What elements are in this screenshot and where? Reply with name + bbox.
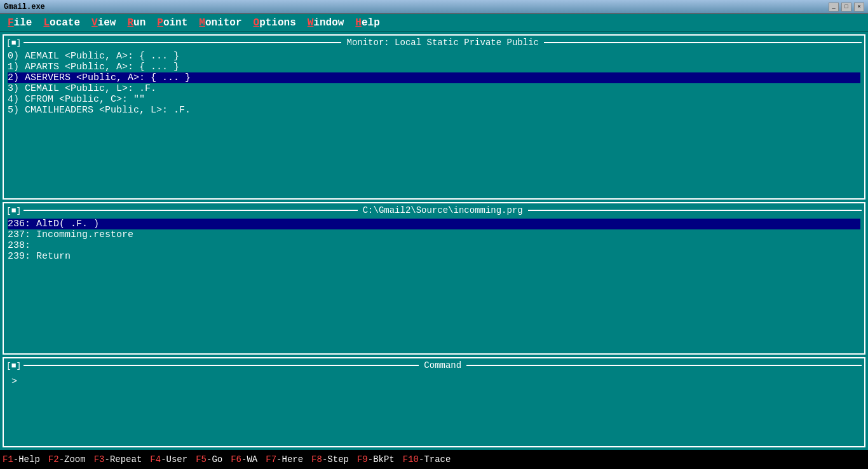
fkey-f3: F3 <box>94 454 105 465</box>
sep-9 <box>396 454 402 465</box>
source-line-left <box>24 210 357 211</box>
label-f2: -Zoom <box>59 454 86 465</box>
monitor-line-right <box>544 42 862 43</box>
menu-options[interactable]: Options <box>248 16 301 30</box>
monitor-panel: [■] Monitor: Local Static Private Public… <box>3 34 865 200</box>
status-f9[interactable]: F9-BkPt <box>357 454 395 465</box>
fkey-f7: F7 <box>266 454 276 465</box>
title-controls: _ □ × <box>829 3 864 11</box>
menu-view[interactable]: View <box>86 16 121 30</box>
sep-2 <box>87 454 93 465</box>
source-panel-content: 236: AltD( .F. ) 237: Incomming.restore … <box>4 217 864 263</box>
source-corner: [■] <box>6 206 21 215</box>
sep-7 <box>304 454 310 465</box>
monitor-panel-header: [■] Monitor: Local Static Private Public <box>4 36 864 50</box>
monitor-line-left <box>24 42 341 43</box>
sep-5 <box>224 454 229 465</box>
monitor-row-4[interactable]: 4) CFROM <Public, C>: "" <box>8 94 860 105</box>
source-panel-header: [■] C:\Gmail2\Source\incomming.prg <box>4 203 864 217</box>
source-row-236[interactable]: 236: AltD( .F. ) <box>8 219 860 229</box>
fkey-f6: F6 <box>231 454 241 465</box>
source-line-right <box>528 210 862 211</box>
label-f5: -Go <box>207 454 222 465</box>
status-bar: F1-Help F2-Zoom F3-Repeat F4-User F5-Go … <box>0 450 868 469</box>
menu-file[interactable]: File <box>3 16 37 30</box>
fkey-f2: F2 <box>48 454 59 465</box>
monitor-row-5[interactable]: 5) CMAILHEADERS <Public, L>: .F. <box>8 105 860 116</box>
status-f2[interactable]: F2-Zoom <box>48 454 86 465</box>
fkey-f1: F1 <box>3 454 13 465</box>
status-f8[interactable]: F8-Step <box>311 454 349 465</box>
source-panel: [■] C:\Gmail2\Source\incomming.prg 236: … <box>3 202 865 355</box>
label-f3: -Repeat <box>105 454 142 465</box>
command-prompt[interactable]: > <box>8 374 860 390</box>
minimize-button[interactable]: _ <box>829 3 839 11</box>
source-row-239[interactable]: 239: Return <box>8 251 860 262</box>
command-corner: [■] <box>6 361 21 370</box>
close-button[interactable]: × <box>854 3 864 11</box>
label-f1: -Help <box>13 454 40 465</box>
status-f4[interactable]: F4-User <box>150 454 187 465</box>
monitor-row-0[interactable]: 0) AEMAIL <Public, A>: { ... } <box>8 51 860 62</box>
status-f6[interactable]: F6-WA <box>231 454 257 465</box>
fkey-f4: F4 <box>150 454 161 465</box>
label-f8: -Step <box>322 454 349 465</box>
source-row-238[interactable]: 238: <box>8 240 860 251</box>
status-f5[interactable]: F5-Go <box>196 454 222 465</box>
menu-bar: File Locate View Run Point Monitor Optio… <box>0 14 868 32</box>
monitor-row-1[interactable]: 1) APARTS <Public, A>: { ... } <box>8 62 860 72</box>
status-f7[interactable]: F7-Here <box>266 454 303 465</box>
monitor-row-3[interactable]: 3) CEMAIL <Public, L>: .F. <box>8 83 860 94</box>
menu-monitor[interactable]: Monitor <box>194 16 247 30</box>
title-bar: Gmail.exe _ □ × <box>0 0 868 14</box>
status-f3[interactable]: F3-Repeat <box>94 454 142 465</box>
main-content: [■] Monitor: Local Static Private Public… <box>0 32 868 450</box>
status-f1[interactable]: F1-Help <box>3 454 40 465</box>
source-row-237[interactable]: 237: Incomming.restore <box>8 229 860 240</box>
command-line-left <box>24 365 419 366</box>
maximize-button[interactable]: □ <box>841 3 851 11</box>
menu-help[interactable]: Help <box>350 16 384 30</box>
command-line-right <box>466 365 862 366</box>
menu-window[interactable]: Window <box>302 16 349 30</box>
source-title: C:\Gmail2\Source\incomming.prg <box>358 205 528 215</box>
sep-3 <box>143 454 149 465</box>
monitor-title: Monitor: Local Static Private Public <box>341 37 543 48</box>
command-panel-header: [■] Command <box>4 358 864 372</box>
fkey-f9: F9 <box>357 454 368 465</box>
menu-run[interactable]: Run <box>122 16 151 30</box>
monitor-panel-content: 0) AEMAIL <Public, A>: { ... } 1) APARTS… <box>4 50 864 117</box>
label-f9: -BkPt <box>368 454 395 465</box>
monitor-row-2[interactable]: 2) ASERVERS <Public, A>: { ... } <box>8 72 860 83</box>
menu-locate[interactable]: Locate <box>38 16 85 30</box>
menu-point[interactable]: Point <box>152 16 193 30</box>
sep-4 <box>189 454 194 465</box>
command-panel-content[interactable]: > <box>4 372 864 391</box>
sep-1 <box>41 454 47 465</box>
label-f4: -User <box>161 454 187 465</box>
sep-8 <box>350 454 356 465</box>
fkey-f5: F5 <box>196 454 207 465</box>
fkey-f10: F10 <box>403 454 419 465</box>
label-f10: -Trace <box>419 454 451 465</box>
monitor-corner: [■] <box>6 38 21 48</box>
label-f7: -Here <box>276 454 303 465</box>
command-panel: [■] Command > <box>3 357 865 447</box>
command-title: Command <box>419 360 466 370</box>
sep-6 <box>259 454 264 465</box>
title-text: Gmail.exe <box>4 3 45 11</box>
fkey-f8: F8 <box>311 454 322 465</box>
status-f10[interactable]: F10-Trace <box>403 454 451 465</box>
label-f6: -WA <box>241 454 257 465</box>
